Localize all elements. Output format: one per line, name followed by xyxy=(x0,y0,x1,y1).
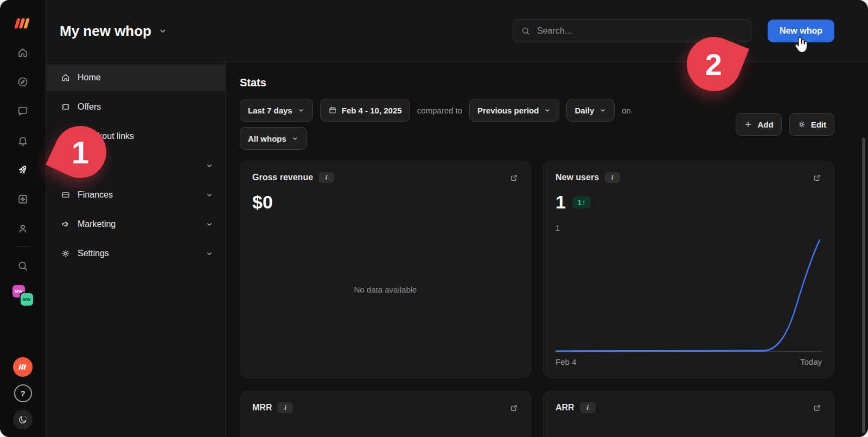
compass-icon xyxy=(17,76,29,88)
home-icon xyxy=(61,73,71,83)
sidebar-item-marketing[interactable]: Marketing xyxy=(46,211,225,237)
edit-button-label: Edit xyxy=(811,120,826,129)
app-window: MW MW My new whop xyxy=(0,0,868,437)
search-icon xyxy=(17,260,29,272)
chevron-down-icon xyxy=(599,106,607,114)
sidebar-item-label: Finances xyxy=(78,190,113,200)
theme-toggle-button[interactable] xyxy=(13,410,33,429)
chart-plot-area xyxy=(556,236,822,353)
external-link-icon[interactable] xyxy=(813,173,822,182)
apps-rail-button[interactable] xyxy=(0,185,46,214)
y-axis-tick: 1 xyxy=(556,224,822,232)
discover-rail-button[interactable] xyxy=(0,67,46,97)
info-icon[interactable] xyxy=(318,172,334,183)
card-title: Gross revenue xyxy=(252,173,313,182)
chat-icon xyxy=(17,105,29,117)
content-row: Home Offers Checkout links Finances xyxy=(46,62,868,437)
external-link-icon[interactable] xyxy=(509,403,519,413)
filters-bar: Last 7 days Feb 4 - 10, 2025 compared to… xyxy=(240,99,834,150)
date-range-preset-dropdown[interactable]: Last 7 days xyxy=(240,99,313,122)
whop-org-avatar-button[interactable] xyxy=(13,357,33,377)
stats-cards-grid: Gross revenue $0 No data available New u… xyxy=(240,161,834,437)
add-widget-button[interactable]: Add xyxy=(736,113,781,136)
rail-bottom-group xyxy=(13,357,33,429)
empty-state-text: No data available xyxy=(252,213,519,366)
x-axis-end-label: Today xyxy=(800,357,822,366)
avatar-initials-green: MW xyxy=(21,293,33,306)
chevron-down-icon xyxy=(205,249,214,258)
metric-value: $0 xyxy=(252,192,519,213)
bell-icon xyxy=(17,135,29,147)
scope-value: All whops xyxy=(248,134,286,143)
profile-rail-button[interactable] xyxy=(0,214,46,243)
whop-mini-logo-icon xyxy=(17,363,28,371)
comparison-dropdown[interactable]: Previous period xyxy=(469,99,559,122)
edit-dashboard-button[interactable]: Edit xyxy=(789,113,834,136)
chevron-down-icon xyxy=(205,161,214,170)
apps-icon xyxy=(17,193,29,205)
ticket-icon xyxy=(61,102,71,112)
date-range-picker[interactable]: Feb 4 - 10, 2025 xyxy=(320,99,410,122)
delta-badge: 1↑ xyxy=(572,196,591,208)
info-icon[interactable] xyxy=(580,402,596,413)
external-link-icon[interactable] xyxy=(509,173,519,182)
card-new-users: New users 1 1↑ 1 xyxy=(543,161,834,378)
metric-value: 1 1↑ xyxy=(556,192,822,213)
search-rail-button[interactable] xyxy=(0,251,46,281)
line-chart: 1 Feb 4 Today xyxy=(556,224,822,366)
page-title: Stats xyxy=(240,77,834,89)
x-axis-labels: Feb 4 Today xyxy=(556,357,822,366)
sidebar-item-label: Offers xyxy=(78,102,101,112)
sidebar-item-label: Home xyxy=(78,73,101,83)
granularity-dropdown[interactable]: Daily xyxy=(566,99,615,122)
notifications-rail-button[interactable] xyxy=(0,126,46,155)
whop-logo-icon xyxy=(12,16,33,30)
search-icon xyxy=(521,26,531,36)
moon-icon xyxy=(17,414,28,425)
workspace-switcher[interactable]: My new whop xyxy=(60,23,513,40)
card-mrr: MRR xyxy=(240,391,531,437)
x-axis-start-label: Feb 4 xyxy=(556,357,576,366)
megaphone-icon xyxy=(61,219,71,229)
sidebar-item-settings[interactable]: Settings xyxy=(46,240,225,267)
home-rail-button[interactable] xyxy=(0,38,46,67)
search-input[interactable] xyxy=(536,26,743,36)
messages-rail-button[interactable] xyxy=(0,97,46,126)
card-header: New users xyxy=(556,172,822,183)
chevron-down-icon xyxy=(291,135,299,142)
vertical-scrollbar[interactable] xyxy=(862,137,865,433)
icon-rail: MW MW xyxy=(0,0,46,437)
scope-dropdown[interactable]: All whops xyxy=(240,127,307,150)
card-header: MRR xyxy=(252,402,519,413)
gear-icon xyxy=(61,249,71,258)
card-title: ARR xyxy=(556,403,575,413)
help-button[interactable] xyxy=(14,384,32,402)
chevron-down-icon xyxy=(544,106,551,114)
workspace-avatar-button[interactable]: MW MW xyxy=(0,281,46,310)
sidebar-item-offers[interactable]: Offers xyxy=(46,94,225,120)
sidebar-item-finances[interactable]: Finances xyxy=(46,182,225,208)
gear-icon xyxy=(797,120,806,129)
granularity-value: Daily xyxy=(575,106,594,115)
chevron-down-icon xyxy=(297,106,305,114)
external-link-icon[interactable] xyxy=(813,403,822,413)
filters-row-1: Last 7 days Feb 4 - 10, 2025 compared to… xyxy=(240,99,736,122)
whop-logo[interactable] xyxy=(0,9,46,38)
compared-to-label: compared to xyxy=(417,106,462,115)
filters-row-2: All whops xyxy=(240,127,736,150)
add-button-label: Add xyxy=(757,120,773,129)
new-users-line xyxy=(556,236,822,353)
info-icon[interactable] xyxy=(604,172,620,183)
on-label: on xyxy=(622,106,631,115)
filters-left: Last 7 days Feb 4 - 10, 2025 compared to… xyxy=(240,99,736,150)
new-whop-button[interactable]: New whop xyxy=(768,20,834,42)
main-column: My new whop New whop Home Offers xyxy=(46,0,868,437)
person-icon xyxy=(17,223,29,235)
sidebar-item-home[interactable]: Home xyxy=(46,65,225,91)
sidebar-item-label: Marketing xyxy=(78,219,116,229)
info-icon[interactable] xyxy=(277,402,293,413)
comparison-value: Previous period xyxy=(477,106,539,115)
dashboard-rail-button[interactable] xyxy=(0,155,46,185)
card-arr: ARR xyxy=(543,391,834,437)
card-header: Gross revenue xyxy=(252,172,519,183)
